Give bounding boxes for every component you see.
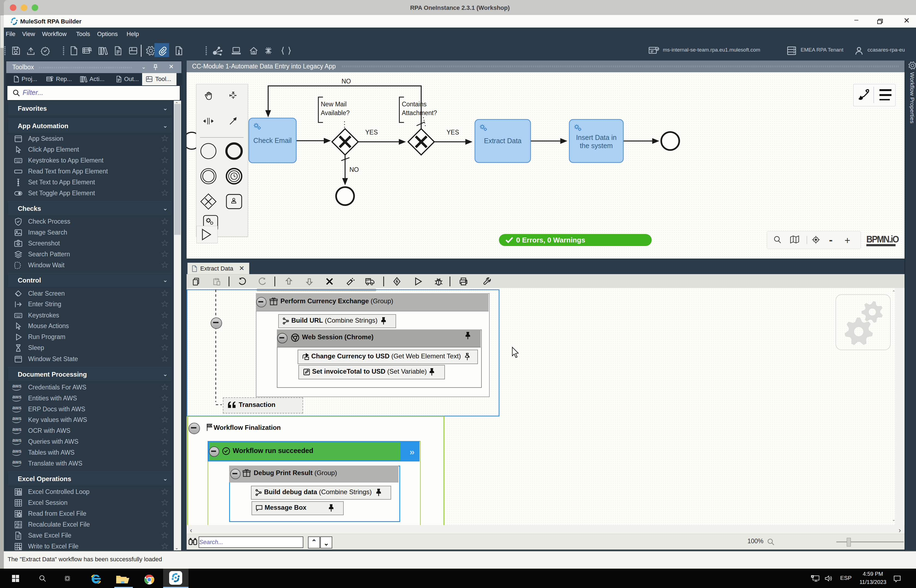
svg-text:NO: NO	[349, 166, 359, 173]
svg-text:YES: YES	[446, 129, 459, 136]
svg-text:Available?: Available?	[321, 109, 350, 116]
svg-text:YES: YES	[365, 129, 378, 136]
svg-text:Insert Data in: Insert Data in	[576, 134, 617, 141]
svg-text:Extract Data: Extract Data	[484, 137, 522, 145]
svg-text:the system: the system	[580, 142, 613, 149]
svg-text:Check Email: Check Email	[254, 137, 292, 144]
svg-text:NO: NO	[341, 78, 351, 85]
svg-text:Contains: Contains	[402, 101, 426, 108]
svg-text:New Mail: New Mail	[321, 101, 347, 108]
svg-text:Attachment?: Attachment?	[402, 109, 437, 116]
